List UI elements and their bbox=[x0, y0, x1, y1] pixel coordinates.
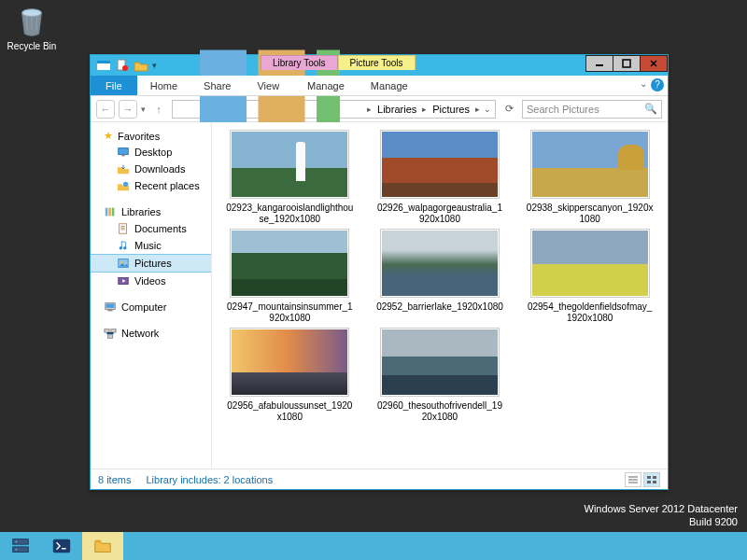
qat-dropdown-icon[interactable]: ▾ bbox=[152, 61, 157, 70]
nav-pane: ★Favorites Desktop Downloads Recent plac… bbox=[91, 122, 212, 469]
nav-music[interactable]: Music bbox=[91, 237, 211, 254]
file-name: 02947_mountainsinsummer_1920x1080 bbox=[216, 301, 364, 324]
nav-libraries[interactable]: Libraries bbox=[91, 203, 211, 220]
qat-properties-icon[interactable] bbox=[115, 58, 130, 73]
svg-point-18 bbox=[123, 246, 127, 250]
recent-locations-icon[interactable]: ▾ bbox=[141, 105, 146, 114]
maximize-button[interactable] bbox=[613, 55, 641, 72]
ribbon-share[interactable]: Share bbox=[190, 76, 244, 95]
svg-point-35 bbox=[16, 549, 18, 551]
file-name: 02938_skipperscanyon_1920x1080 bbox=[515, 203, 664, 225]
file-item[interactable]: 02926_walpagorgeaustralia_1920x1080 bbox=[366, 130, 514, 225]
file-name: 02954_thegoldenfieldsofmay_1920x1080 bbox=[515, 301, 664, 324]
svg-rect-32 bbox=[13, 539, 29, 545]
nav-computer[interactable]: Computer bbox=[91, 299, 211, 315]
nav-pictures[interactable]: Pictures bbox=[91, 254, 211, 273]
svg-rect-23 bbox=[106, 304, 115, 308]
file-item[interactable]: 02960_thesouthofrivendell_1920x1080 bbox=[366, 328, 514, 423]
content-pane[interactable]: 02923_kangarooislandlighthouse_1920x1080… bbox=[212, 122, 668, 469]
taskbar-powershell[interactable] bbox=[41, 532, 82, 560]
svg-rect-27 bbox=[107, 335, 112, 339]
thumbnail-icon bbox=[530, 229, 650, 298]
recycle-bin[interactable]: Recycle Bin bbox=[6, 4, 58, 51]
svg-rect-26 bbox=[111, 329, 116, 333]
search-placeholder: Search Pictures bbox=[527, 104, 599, 115]
ribbon-expand-icon[interactable]: ⌄ bbox=[640, 78, 647, 89]
file-item[interactable]: 02952_barrierlake_1920x1080 bbox=[366, 229, 514, 324]
view-thumbnails-button[interactable] bbox=[643, 472, 660, 487]
nav-desktop[interactable]: Desktop bbox=[91, 144, 211, 161]
up-button[interactable]: ↑ bbox=[149, 100, 168, 119]
taskbar-explorer[interactable] bbox=[82, 532, 123, 560]
address-bar: ← → ▾ ↑ ▸ Libraries ▸ Pictures ▸ ⌄ ⟳ Sea… bbox=[91, 96, 668, 122]
context-tab-library[interactable]: Library Tools bbox=[261, 55, 338, 70]
ribbon: File Home Share View Manage Manage ⌄ ? bbox=[91, 76, 668, 96]
status-count: 8 items bbox=[98, 474, 131, 485]
svg-rect-36 bbox=[53, 539, 70, 553]
svg-point-17 bbox=[120, 246, 123, 250]
thumbnail-icon bbox=[380, 328, 500, 397]
svg-rect-31 bbox=[653, 481, 656, 483]
ribbon-manage-library[interactable]: Manage bbox=[294, 76, 358, 95]
svg-rect-33 bbox=[13, 547, 29, 553]
explorer-window: ▾ Pictures Library Tools Picture Tools F… bbox=[90, 54, 669, 490]
titlebar[interactable]: ▾ Pictures Library Tools Picture Tools bbox=[91, 55, 668, 76]
qat-newfolder-icon[interactable] bbox=[134, 58, 148, 73]
file-item[interactable]: 02947_mountainsinsummer_1920x1080 bbox=[216, 229, 364, 324]
svg-rect-37 bbox=[95, 540, 101, 543]
ribbon-manage-picture[interactable]: Manage bbox=[358, 76, 421, 95]
address-dropdown-icon[interactable]: ⌄ bbox=[484, 105, 491, 114]
svg-point-4 bbox=[122, 65, 128, 71]
svg-rect-16 bbox=[120, 224, 127, 234]
thumbnail-icon bbox=[230, 229, 349, 298]
context-tab-picture[interactable]: Picture Tools bbox=[338, 55, 416, 70]
breadcrumb[interactable]: ▸ Libraries ▸ Pictures ▸ ⌄ bbox=[172, 100, 496, 119]
thumbnail-icon bbox=[380, 229, 500, 298]
nav-recent[interactable]: Recent places bbox=[91, 177, 211, 194]
search-icon: 🔍 bbox=[644, 103, 657, 115]
file-name: 02926_walpagorgeaustralia_1920x1080 bbox=[366, 203, 514, 225]
view-details-button[interactable] bbox=[625, 472, 641, 487]
thumbnail-icon bbox=[230, 328, 349, 397]
svg-rect-6 bbox=[623, 60, 630, 67]
crumb-libraries[interactable]: Libraries bbox=[375, 104, 418, 115]
nav-videos[interactable]: Videos bbox=[91, 273, 211, 289]
nav-favorites[interactable]: ★Favorites bbox=[91, 128, 211, 144]
status-locations: Library includes: 2 locations bbox=[146, 474, 273, 485]
crumb-pictures[interactable]: Pictures bbox=[430, 104, 472, 115]
search-input[interactable]: Search Pictures 🔍 bbox=[522, 100, 662, 119]
refresh-button[interactable]: ⟳ bbox=[500, 103, 518, 115]
svg-rect-2 bbox=[97, 61, 110, 63]
file-item[interactable]: 02954_thegoldenfieldsofmay_1920x1080 bbox=[515, 229, 664, 324]
back-button[interactable]: ← bbox=[96, 100, 115, 119]
minimize-button[interactable] bbox=[585, 55, 613, 72]
file-name: 02923_kangarooislandlighthouse_1920x1080 bbox=[216, 203, 364, 225]
file-name: 02960_thesouthofrivendell_1920x1080 bbox=[366, 400, 514, 423]
ribbon-home[interactable]: Home bbox=[137, 76, 190, 95]
thumbnail-icon bbox=[530, 130, 650, 199]
ribbon-file[interactable]: File bbox=[91, 76, 137, 95]
forward-button[interactable]: → bbox=[119, 100, 137, 119]
close-button[interactable] bbox=[640, 55, 668, 72]
file-name: 02956_afabuloussunset_1920x1080 bbox=[216, 400, 364, 423]
watermark: Windows Server 2012 Datacenter Build 920… bbox=[585, 502, 738, 528]
taskbar-server-manager[interactable] bbox=[0, 532, 41, 560]
file-item[interactable]: 02956_afabuloussunset_1920x1080 bbox=[216, 328, 364, 423]
help-icon[interactable]: ? bbox=[651, 78, 664, 91]
ribbon-view[interactable]: View bbox=[244, 76, 292, 95]
svg-rect-14 bbox=[108, 208, 111, 217]
nav-documents[interactable]: Documents bbox=[91, 220, 211, 237]
nav-network[interactable]: Network bbox=[91, 325, 211, 342]
file-item[interactable]: 02938_skipperscanyon_1920x1080 bbox=[515, 130, 664, 225]
taskbar[interactable] bbox=[0, 532, 747, 560]
file-item[interactable]: 02923_kangarooislandlighthouse_1920x1080 bbox=[216, 130, 364, 225]
svg-rect-11 bbox=[121, 155, 125, 157]
thumbnail-icon bbox=[230, 130, 349, 199]
svg-rect-29 bbox=[653, 476, 656, 479]
svg-rect-28 bbox=[647, 476, 651, 479]
svg-rect-24 bbox=[107, 310, 112, 312]
svg-rect-15 bbox=[112, 208, 115, 217]
nav-downloads[interactable]: Downloads bbox=[91, 161, 211, 177]
window-icon[interactable] bbox=[96, 58, 111, 73]
svg-point-12 bbox=[123, 182, 128, 187]
